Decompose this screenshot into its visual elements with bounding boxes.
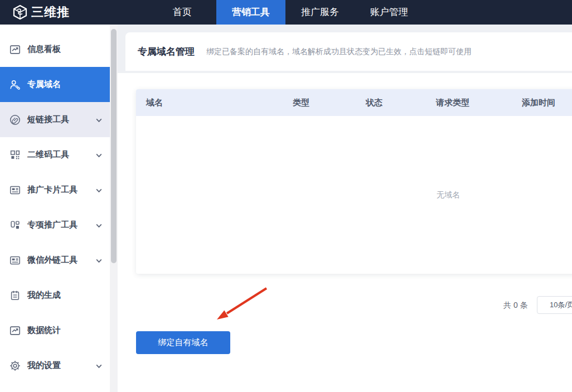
sidebar-item-label: 二维码工具 [27,149,69,160]
promo-card-icon [9,184,21,196]
sidebar-item-label: 专属域名 [27,79,61,90]
nav-item-home[interactable]: 首页 [156,0,209,25]
sidebar-item-label: 我的生成 [27,290,61,301]
chevron-down-icon [95,222,103,229]
chevron-down-icon [95,152,103,159]
nav-item-account-management[interactable]: 账户管理 [355,0,424,25]
sidebar: 信息看板 专属域名 短链接工具 二维码工具 [0,25,110,392]
nav-item-marketing-tools[interactable]: 营销工具 [216,0,285,25]
top-nav: 三维推 首页 营销工具 推广服务 账户管理 [0,0,572,25]
table-empty-body: 无域名 [136,116,572,274]
cube-logo-icon [12,4,28,20]
page-header-zone: 专属域名管理 绑定已备案的自有域名，域名解析成功且状态变为已生效，点击短链即可使… [118,25,572,73]
stats-chart-icon [9,325,21,337]
main-content: 专属域名管理 绑定已备案的自有域名，域名解析成功且状态变为已生效，点击短链即可使… [118,25,572,392]
user-link-icon [9,79,21,91]
gear-icon [9,360,21,372]
brand-name: 三维推 [31,4,70,21]
sidebar-item-my-generated[interactable]: 我的生成 [0,278,110,313]
sidebar-item-promo-card-tools[interactable]: 推广卡片工具 [0,172,110,207]
sidebar-item-label: 短链接工具 [27,114,69,125]
page-header-card: 专属域名管理 绑定已备案的自有域名，域名解析成功且状态变为已生效，点击短链即可使… [125,32,572,71]
bind-domain-button[interactable]: 绑定自有域名 [136,331,230,354]
sidebar-item-qrcode-tools[interactable]: 二维码工具 [0,137,110,172]
sidebar-item-label: 推广卡片工具 [27,185,77,195]
column-header-type: 类型 [293,98,366,108]
column-header-status: 状态 [366,98,436,108]
column-header-add-time: 添加时间 [522,98,572,108]
page-subtitle: 绑定已备案的自有域名，域名解析成功且状态变为已生效，点击短链即可使用 [206,47,472,57]
sidebar-item-exclusive-domain[interactable]: 专属域名 [0,67,110,102]
chevron-down-icon [95,257,103,264]
domain-table: 域名 类型 状态 请求类型 添加时间 无域名 [136,89,572,274]
brand-logo[interactable]: 三维推 [12,0,70,25]
table-header-row: 域名 类型 状态 请求类型 添加时间 [136,89,572,116]
layout-blocks-icon [9,219,21,231]
total-count-text: 共 0 条 [503,296,528,314]
nav-item-promotion-services[interactable]: 推广服务 [285,0,355,25]
sidebar-item-label: 微信外链工具 [27,255,77,265]
page-title: 专属域名管理 [138,45,195,58]
qrcode-icon [9,149,21,161]
dashboard-chart-icon [9,43,21,56]
wechat-link-card-icon [9,254,21,267]
sidebar-item-my-settings[interactable]: 我的设置 [0,348,110,383]
paperclip-icon [9,114,21,126]
empty-state-text: 无域名 [437,190,460,200]
chevron-down-icon [95,362,103,370]
clipboard-icon [9,289,21,302]
sidebar-item-label: 数据统计 [27,325,61,336]
sidebar-item-wechat-link-tools[interactable]: 微信外链工具 [0,243,110,278]
sidebar-scrollbar-track[interactable] [110,25,118,392]
sidebar-item-data-statistics[interactable]: 数据统计 [0,313,110,348]
chevron-down-icon [95,117,103,124]
sidebar-scrollbar-thumb[interactable] [111,29,117,263]
chevron-down-icon [95,187,103,194]
sidebar-item-label: 专项推广工具 [27,220,77,230]
sidebar-item-label: 我的设置 [27,360,61,371]
pagination-bar: 共 0 条 10条/页 [118,296,572,314]
sidebar-item-short-link-tools[interactable]: 短链接工具 [0,102,110,137]
column-header-request-type: 请求类型 [436,98,522,108]
sidebar-item-special-promo-tools[interactable]: 专项推广工具 [0,207,110,243]
column-header-domain: 域名 [146,98,293,108]
page-size-select[interactable]: 10条/页 [537,296,572,314]
sidebar-item-info-dashboard[interactable]: 信息看板 [0,32,110,67]
sidebar-item-label: 信息看板 [27,44,61,55]
